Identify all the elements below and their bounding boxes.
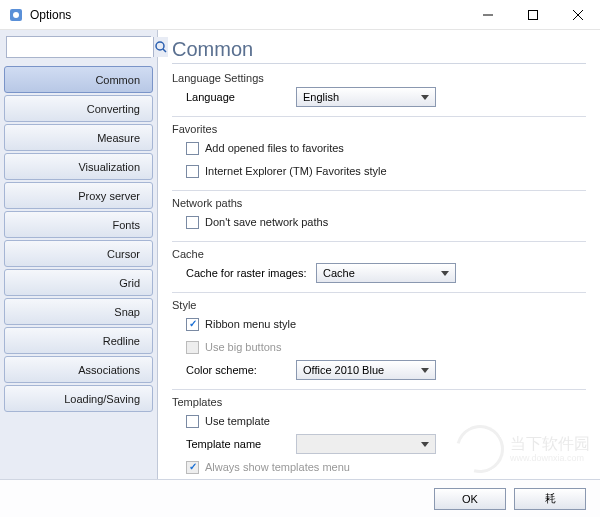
close-button[interactable] — [555, 0, 600, 30]
color-scheme-value: Office 2010 Blue — [303, 364, 384, 376]
sidebar-item-label: Cursor — [107, 248, 140, 260]
dont-save-network-label: Don't save network paths — [205, 216, 328, 228]
add-opened-files-checkbox[interactable] — [186, 142, 199, 155]
sidebar-item-proxy-server[interactable]: Proxy server — [4, 182, 153, 209]
always-show-templates-label: Always show templates menu — [205, 461, 350, 473]
color-scheme-select[interactable]: Office 2010 Blue — [296, 360, 436, 380]
sidebar-item-label: Converting — [87, 103, 140, 115]
sidebar-item-label: Associations — [78, 364, 140, 376]
sidebar-item-label: Loading/Saving — [64, 393, 140, 405]
sidebar-item-label: Grid — [119, 277, 140, 289]
ribbon-menu-label: Ribbon menu style — [205, 318, 296, 330]
language-value: English — [303, 91, 339, 103]
maximize-button[interactable] — [510, 0, 555, 30]
sidebar-item-visualization[interactable]: Visualization — [4, 153, 153, 180]
cache-select[interactable]: Cache — [316, 263, 456, 283]
page-title: Common — [172, 38, 586, 64]
sidebar-item-converting[interactable]: Converting — [4, 95, 153, 122]
app-icon — [8, 7, 24, 23]
ok-button[interactable]: OK — [434, 488, 506, 510]
ok-label: OK — [462, 493, 478, 505]
template-name-select — [296, 434, 436, 454]
group-language: Language Settings Language English — [172, 72, 586, 117]
sidebar-item-measure[interactable]: Measure — [4, 124, 153, 151]
sidebar-item-label: Common — [95, 74, 140, 86]
group-label-cache: Cache — [172, 248, 586, 260]
cache-value: Cache — [323, 267, 355, 279]
sidebar-item-fonts[interactable]: Fonts — [4, 211, 153, 238]
group-templates: Templates Use template Template name Alw… — [172, 396, 586, 479]
main-panel: Common Language Settings Language Englis… — [158, 30, 600, 479]
use-template-label: Use template — [205, 415, 270, 427]
dont-save-network-checkbox[interactable] — [186, 216, 199, 229]
sidebar-item-grid[interactable]: Grid — [4, 269, 153, 296]
ribbon-menu-checkbox[interactable] — [186, 318, 199, 331]
sidebar-item-label: Measure — [97, 132, 140, 144]
group-label-templates: Templates — [172, 396, 586, 408]
sidebar-item-cursor[interactable]: Cursor — [4, 240, 153, 267]
sidebar-item-common[interactable]: Common — [4, 66, 153, 93]
ie-favorites-checkbox[interactable] — [186, 165, 199, 178]
cancel-label: 耗 — [545, 491, 556, 506]
always-show-templates-checkbox — [186, 461, 199, 474]
big-buttons-label: Use big buttons — [205, 341, 281, 353]
search-input[interactable] — [7, 37, 153, 57]
sidebar-item-label: Snap — [114, 306, 140, 318]
sidebar-item-snap[interactable]: Snap — [4, 298, 153, 325]
sidebar-item-label: Proxy server — [78, 190, 140, 202]
sidebar-item-redline[interactable]: Redline — [4, 327, 153, 354]
group-label-style: Style — [172, 299, 586, 311]
add-opened-files-label: Add opened files to favorites — [205, 142, 344, 154]
cancel-button[interactable]: 耗 — [514, 488, 586, 510]
group-style: Style Ribbon menu style Use big buttons … — [172, 299, 586, 390]
footer: OK 耗 — [0, 479, 600, 517]
group-favorites: Favorites Add opened files to favorites … — [172, 123, 586, 191]
search-box — [6, 36, 151, 58]
window-controls — [465, 0, 600, 30]
cache-label: Cache for raster images: — [186, 267, 316, 279]
color-scheme-label: Color scheme: — [186, 364, 296, 376]
sidebar-item-associations[interactable]: Associations — [4, 356, 153, 383]
group-cache: Cache Cache for raster images: Cache — [172, 248, 586, 293]
sidebar-item-label: Visualization — [78, 161, 140, 173]
titlebar: Options — [0, 0, 600, 30]
sidebar-item-loading-saving[interactable]: Loading/Saving — [4, 385, 153, 412]
group-label-language: Language Settings — [172, 72, 586, 84]
minimize-button[interactable] — [465, 0, 510, 30]
window-title: Options — [30, 8, 465, 22]
sidebar: CommonConvertingMeasureVisualizationProx… — [0, 30, 158, 479]
language-label: Language — [186, 91, 296, 103]
group-label-favorites: Favorites — [172, 123, 586, 135]
use-template-checkbox[interactable] — [186, 415, 199, 428]
sidebar-item-label: Fonts — [112, 219, 140, 231]
group-label-network: Network paths — [172, 197, 586, 209]
sidebar-item-label: Redline — [103, 335, 140, 347]
template-name-label: Template name — [186, 438, 296, 450]
ie-favorites-label: Internet Explorer (TM) Favorites style — [205, 165, 387, 177]
svg-point-1 — [13, 12, 19, 18]
group-network: Network paths Don't save network paths — [172, 197, 586, 242]
big-buttons-checkbox — [186, 341, 199, 354]
language-select[interactable]: English — [296, 87, 436, 107]
svg-rect-3 — [528, 10, 537, 19]
